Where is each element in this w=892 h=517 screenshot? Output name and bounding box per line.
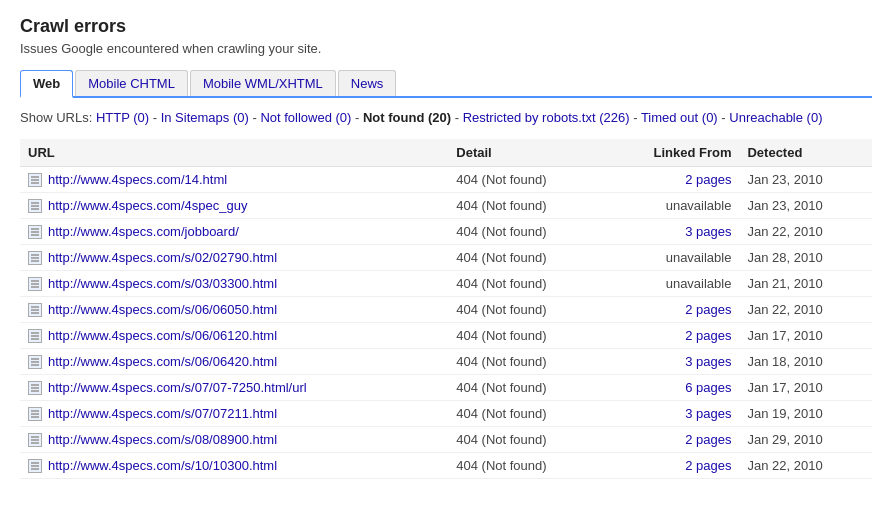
filter-item-in-sitemaps[interactable]: In Sitemaps (0) — [161, 110, 249, 125]
url-cell: http://www.4specs.com/s/07/07-7250.html/… — [20, 375, 448, 401]
detail-cell: 404 (Not found) — [448, 297, 603, 323]
linked-from-link[interactable]: 2 pages — [685, 302, 731, 317]
page-icon — [28, 433, 42, 447]
detected-cell: Jan 19, 2010 — [739, 401, 872, 427]
tab-mobile-chtml[interactable]: Mobile CHTML — [75, 70, 188, 96]
url-cell: http://www.4specs.com/14.html — [20, 167, 448, 193]
table-row: http://www.4specs.com/4spec_guy404 (Not … — [20, 193, 872, 219]
page-icon — [28, 199, 42, 213]
page-icon — [28, 459, 42, 473]
table-row: http://www.4specs.com/s/06/06050.html404… — [20, 297, 872, 323]
detail-cell: 404 (Not found) — [448, 167, 603, 193]
linked-from-link[interactable]: 6 pages — [685, 380, 731, 395]
url-link[interactable]: http://www.4specs.com/s/07/07211.html — [48, 406, 277, 421]
col-header-detail: Detail — [448, 139, 603, 167]
detail-cell: 404 (Not found) — [448, 271, 603, 297]
detected-cell: Jan 17, 2010 — [739, 375, 872, 401]
url-link[interactable]: http://www.4specs.com/s/10/10300.html — [48, 458, 277, 473]
filter-separator: - — [451, 110, 463, 125]
col-header-linked-from: Linked From — [603, 139, 740, 167]
linked-from-link[interactable]: 3 pages — [685, 224, 731, 239]
detected-cell: Jan 23, 2010 — [739, 167, 872, 193]
filter-item-http[interactable]: HTTP (0) — [96, 110, 149, 125]
detail-cell: 404 (Not found) — [448, 245, 603, 271]
table-row: http://www.4specs.com/s/07/07-7250.html/… — [20, 375, 872, 401]
table-row: http://www.4specs.com/s/06/06120.html404… — [20, 323, 872, 349]
url-link[interactable]: http://www.4specs.com/4spec_guy — [48, 198, 247, 213]
linked-from-cell: 2 pages — [603, 297, 740, 323]
url-cell: http://www.4specs.com/jobboard/ — [20, 219, 448, 245]
url-link[interactable]: http://www.4specs.com/s/02/02790.html — [48, 250, 277, 265]
linked-from-cell: 2 pages — [603, 453, 740, 479]
url-cell: http://www.4specs.com/s/07/07211.html — [20, 401, 448, 427]
filter-separator: - — [149, 110, 161, 125]
page-icon — [28, 303, 42, 317]
linked-from-link[interactable]: 3 pages — [685, 406, 731, 421]
url-link[interactable]: http://www.4specs.com/14.html — [48, 172, 227, 187]
tab-news[interactable]: News — [338, 70, 397, 96]
url-cell: http://www.4specs.com/4spec_guy — [20, 193, 448, 219]
url-link[interactable]: http://www.4specs.com/s/08/08900.html — [48, 432, 277, 447]
table-row: http://www.4specs.com/s/08/08900.html404… — [20, 427, 872, 453]
filter-item-restricted[interactable]: Restricted by robots.txt (226) — [463, 110, 630, 125]
url-link[interactable]: http://www.4specs.com/s/06/06050.html — [48, 302, 277, 317]
table-body: http://www.4specs.com/14.html404 (Not fo… — [20, 167, 872, 479]
linked-from-unavailable: unavailable — [666, 198, 732, 213]
detail-cell: 404 (Not found) — [448, 193, 603, 219]
table-row: http://www.4specs.com/14.html404 (Not fo… — [20, 167, 872, 193]
linked-from-link[interactable]: 2 pages — [685, 458, 731, 473]
page-title: Crawl errors — [20, 16, 872, 37]
url-cell: http://www.4specs.com/s/08/08900.html — [20, 427, 448, 453]
linked-from-cell: unavailable — [603, 245, 740, 271]
linked-from-unavailable: unavailable — [666, 276, 732, 291]
col-header-url: URL — [20, 139, 448, 167]
page-icon — [28, 225, 42, 239]
page-icon — [28, 251, 42, 265]
filter-item-not-followed[interactable]: Not followed (0) — [260, 110, 351, 125]
table-header: URLDetailLinked FromDetected — [20, 139, 872, 167]
page-icon — [28, 329, 42, 343]
detail-cell: 404 (Not found) — [448, 349, 603, 375]
detected-cell: Jan 18, 2010 — [739, 349, 872, 375]
detected-cell: Jan 17, 2010 — [739, 323, 872, 349]
detail-cell: 404 (Not found) — [448, 453, 603, 479]
url-link[interactable]: http://www.4specs.com/jobboard/ — [48, 224, 239, 239]
table-row: http://www.4specs.com/jobboard/404 (Not … — [20, 219, 872, 245]
detected-cell: Jan 28, 2010 — [739, 245, 872, 271]
detected-cell: Jan 21, 2010 — [739, 271, 872, 297]
filter-row: Show URLs: HTTP (0) - In Sitemaps (0) - … — [20, 110, 872, 125]
linked-from-cell: unavailable — [603, 193, 740, 219]
detail-cell: 404 (Not found) — [448, 375, 603, 401]
filter-separator: - — [630, 110, 641, 125]
tab-mobile-wml[interactable]: Mobile WML/XHTML — [190, 70, 336, 96]
col-header-detected: Detected — [739, 139, 872, 167]
table-row: http://www.4specs.com/s/07/07211.html404… — [20, 401, 872, 427]
linked-from-unavailable: unavailable — [666, 250, 732, 265]
tab-web[interactable]: Web — [20, 70, 73, 98]
detail-cell: 404 (Not found) — [448, 401, 603, 427]
filter-item-unreachable[interactable]: Unreachable (0) — [729, 110, 822, 125]
url-link[interactable]: http://www.4specs.com/s/03/03300.html — [48, 276, 277, 291]
page-icon — [28, 407, 42, 421]
url-link[interactable]: http://www.4specs.com/s/06/06120.html — [48, 328, 277, 343]
linked-from-cell: 3 pages — [603, 401, 740, 427]
url-cell: http://www.4specs.com/s/06/06050.html — [20, 297, 448, 323]
filter-item-active-not-found: Not found (20) — [363, 110, 451, 125]
linked-from-cell: 2 pages — [603, 323, 740, 349]
url-link[interactable]: http://www.4specs.com/s/07/07-7250.html/… — [48, 380, 307, 395]
filter-separator: - — [249, 110, 261, 125]
page-subtitle: Issues Google encountered when crawling … — [20, 41, 872, 56]
linked-from-link[interactable]: 3 pages — [685, 354, 731, 369]
table-header-row: URLDetailLinked FromDetected — [20, 139, 872, 167]
url-cell: http://www.4specs.com/s/06/06420.html — [20, 349, 448, 375]
page-icon — [28, 173, 42, 187]
detected-cell: Jan 22, 2010 — [739, 297, 872, 323]
linked-from-link[interactable]: 2 pages — [685, 432, 731, 447]
filter-item-timed-out[interactable]: Timed out (0) — [641, 110, 718, 125]
filter-separator: - — [718, 110, 730, 125]
linked-from-link[interactable]: 2 pages — [685, 328, 731, 343]
url-link[interactable]: http://www.4specs.com/s/06/06420.html — [48, 354, 277, 369]
linked-from-link[interactable]: 2 pages — [685, 172, 731, 187]
linked-from-cell: 2 pages — [603, 167, 740, 193]
url-cell: http://www.4specs.com/s/03/03300.html — [20, 271, 448, 297]
